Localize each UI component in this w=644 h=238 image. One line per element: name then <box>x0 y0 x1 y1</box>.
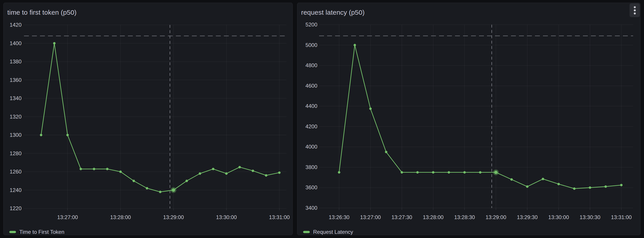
data-point <box>186 180 188 182</box>
y-axis-tick-label: 1420 <box>10 22 22 28</box>
data-point <box>238 166 241 168</box>
data-point <box>604 185 607 188</box>
data-point <box>66 134 69 136</box>
data-point <box>212 168 214 170</box>
data-point <box>542 178 544 180</box>
y-axis-tick-label: 5200 <box>306 22 317 28</box>
data-point <box>573 187 576 190</box>
data-point <box>132 180 135 182</box>
data-point <box>589 186 591 189</box>
legend-series-label: Time to First Token <box>19 229 64 235</box>
data-point <box>199 172 201 175</box>
data-point <box>620 184 623 186</box>
x-axis-tick-label: 13:29:00 <box>486 214 506 220</box>
data-point <box>369 107 372 110</box>
y-axis-tick-label: 1340 <box>10 95 22 101</box>
y-axis-tick-label: 1300 <box>10 132 22 138</box>
y-axis-tick-label: 3400 <box>306 205 317 211</box>
data-point <box>385 151 387 153</box>
data-point-highlighted <box>494 171 498 174</box>
y-axis-tick-label: 4000 <box>306 144 317 150</box>
x-axis-tick-label: 13:29:00 <box>163 214 184 220</box>
y-axis-tick-label: 1220 <box>10 205 22 211</box>
data-point <box>479 171 482 174</box>
legend-series-swatch <box>9 231 16 233</box>
x-axis-tick-label: 13:30:30 <box>580 214 600 220</box>
data-point <box>119 171 122 173</box>
data-point <box>106 168 108 170</box>
data-point <box>265 174 267 177</box>
data-point <box>225 172 228 175</box>
y-axis-tick-label: 1360 <box>10 77 22 83</box>
y-axis-tick-label: 4800 <box>306 62 317 68</box>
data-point <box>278 172 281 174</box>
dashboard: time to first token (p50) 12201240126012… <box>0 0 644 238</box>
panel-title[interactable]: time to first token (p50) <box>7 9 76 16</box>
y-axis-tick-label: 3600 <box>306 184 317 190</box>
legend-item-request-latency[interactable]: Request Latency <box>303 229 353 235</box>
x-axis-tick-label: 13:28:30 <box>454 214 475 220</box>
x-axis-tick-label: 13:26:30 <box>329 214 349 220</box>
panel-time-to-first-token: time to first token (p50) 12201240126012… <box>3 3 293 235</box>
kebab-vertical-icon <box>634 6 636 15</box>
y-axis-tick-label: 1380 <box>10 59 22 64</box>
data-point <box>338 171 340 174</box>
y-axis-tick-label: 1400 <box>10 40 22 46</box>
time-series-chart-ttft[interactable]: 1220124012601280130013201340136013801400… <box>4 3 293 235</box>
data-point <box>526 185 528 188</box>
y-axis-tick-label: 4200 <box>306 124 317 130</box>
y-axis-tick-label: 3800 <box>306 164 317 170</box>
y-axis-tick-label: 1320 <box>10 114 22 120</box>
x-axis-tick-label: 13:31:00 <box>611 214 632 220</box>
data-point-highlighted <box>172 188 175 192</box>
y-axis-tick-label: 4600 <box>306 83 317 89</box>
y-axis-tick-label: 5000 <box>306 42 317 48</box>
y-axis-tick-label: 4400 <box>306 103 317 109</box>
x-axis-tick-label: 13:27:30 <box>392 214 412 220</box>
data-point <box>400 171 403 174</box>
panel-request-latency: request latency (p50) 340036003800400042… <box>297 3 640 235</box>
x-axis-tick-label: 13:30:00 <box>216 214 237 220</box>
legend-item-time-to-first-token[interactable]: Time to First Token <box>9 229 64 235</box>
data-point <box>448 171 450 174</box>
data-point <box>432 171 434 174</box>
data-point <box>80 168 82 170</box>
x-axis-tick-label: 13:30:00 <box>548 214 569 220</box>
data-point <box>558 183 560 185</box>
time-series-chart-latency[interactable]: 3400360038004000420044004600480050005200… <box>297 3 641 235</box>
data-point <box>53 42 56 45</box>
data-point <box>40 134 42 136</box>
x-axis-tick-label: 13:28:00 <box>110 214 131 220</box>
data-point <box>146 187 148 189</box>
data-point <box>354 44 356 46</box>
data-point <box>93 168 95 170</box>
y-axis-tick-label: 1260 <box>10 169 22 175</box>
x-axis-tick-label: 13:29:30 <box>517 214 538 220</box>
series-line <box>41 43 279 192</box>
data-point <box>252 170 254 172</box>
x-axis-tick-label: 13:31:00 <box>269 214 290 220</box>
data-point <box>416 171 419 174</box>
x-axis-tick-label: 13:27:00 <box>57 214 78 220</box>
x-axis-tick-label: 13:28:00 <box>423 214 444 220</box>
x-axis-tick-label: 13:27:00 <box>360 214 381 220</box>
panel-menu-button[interactable] <box>630 3 640 17</box>
legend-series-label: Request Latency <box>313 229 353 235</box>
data-point <box>159 191 162 193</box>
data-point <box>510 178 513 181</box>
panel-title[interactable]: request latency (p50) <box>301 9 365 16</box>
data-point <box>463 171 466 174</box>
y-axis-tick-label: 1280 <box>10 150 22 156</box>
y-axis-tick-label: 1240 <box>10 187 22 193</box>
legend-series-swatch <box>303 231 310 233</box>
